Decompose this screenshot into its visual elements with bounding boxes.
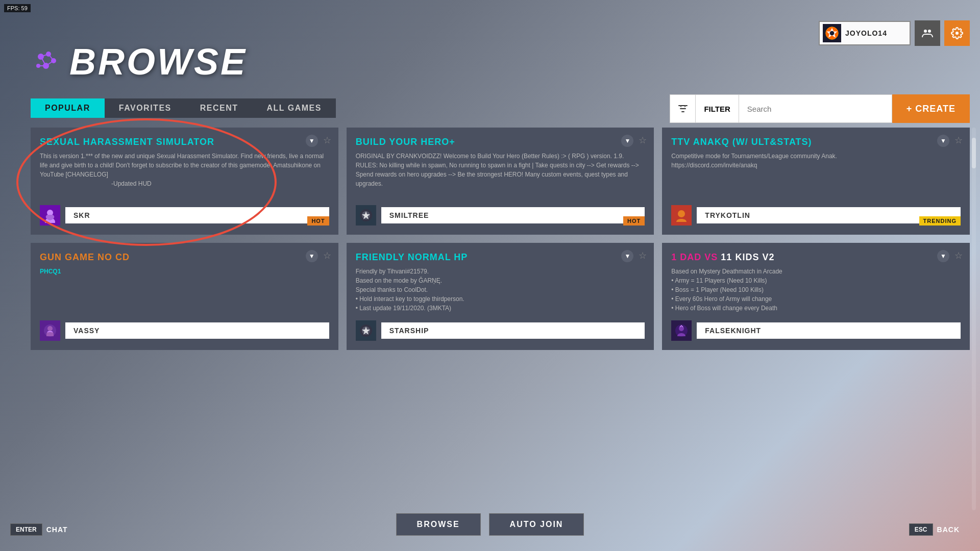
- svg-point-3: [928, 30, 931, 33]
- player-name: SKR: [65, 207, 329, 223]
- player-avatar: [40, 320, 60, 341]
- player-avatar: [671, 205, 692, 226]
- search-input[interactable]: [739, 94, 892, 123]
- card-star-icon[interactable]: ☆: [323, 135, 331, 146]
- svg-point-20: [678, 210, 685, 217]
- create-button[interactable]: + CREATE: [892, 94, 970, 123]
- card-footer: VASSY: [40, 320, 329, 341]
- svg-point-2: [924, 30, 927, 33]
- player-avatar: [356, 320, 376, 341]
- card-desc: Competitive mode for Tournaments/League …: [671, 152, 961, 170]
- hot-badge: HOT: [307, 216, 329, 226]
- card-star-icon[interactable]: ☆: [639, 135, 647, 146]
- card-1-dad-vs-11-kids[interactable]: 1 DAD VS 11 KIDS V2 Based on Mystery Dea…: [662, 243, 970, 350]
- tab-favorites[interactable]: FAVORITES: [105, 98, 186, 118]
- svg-point-1: [830, 31, 835, 36]
- card-title: TTV ANAKQ (W/ ULT&STATS): [671, 137, 961, 147]
- hot-badge: HOT: [623, 216, 645, 226]
- top-bar: JOYOLO14: [819, 20, 970, 46]
- card-footer: TRYKOTLIN: [671, 205, 961, 226]
- card-title: 1 DAD VS 11 KIDS V2: [671, 252, 961, 263]
- scroll-track: [972, 128, 976, 510]
- player-avatar: [356, 205, 376, 226]
- svg-point-4: [955, 32, 959, 35]
- fps-counter: FPS: 59: [4, 4, 31, 12]
- cards-grid: SEXUAL HARASSMENT SIMULATOR This is vers…: [31, 128, 970, 350]
- card-star-icon[interactable]: ☆: [954, 135, 963, 146]
- action-bar: FILTER + CREATE: [670, 94, 970, 123]
- card-chevron-icon[interactable]: ▼: [306, 135, 318, 147]
- card-title: FRIENDLY NORMAL HP: [356, 252, 645, 263]
- browse-logo-icon: [31, 46, 61, 77]
- card-desc: PHCQ1: [40, 267, 329, 276]
- fps-value: 59: [21, 5, 28, 11]
- card-desc: Friendly by Tihvani#21579.Based on the m…: [356, 267, 645, 313]
- settings-button[interactable]: [944, 20, 970, 46]
- filter-label: FILTER: [704, 105, 730, 113]
- tab-all-games[interactable]: ALL GAMES: [253, 98, 336, 118]
- browse-button[interactable]: BROWSE: [396, 513, 481, 536]
- card-star-icon[interactable]: ☆: [954, 250, 963, 261]
- tab-popular[interactable]: POPULAR: [31, 98, 105, 118]
- svg-point-22: [47, 326, 53, 331]
- scrollbar[interactable]: [972, 128, 976, 510]
- esc-key: ESC: [909, 523, 933, 536]
- user-profile[interactable]: JOYOLO14: [819, 21, 911, 45]
- card-desc: This is version 1.*** of the new and uni…: [40, 152, 329, 188]
- card-title: BUILD YOUR HERO+: [356, 137, 645, 147]
- back-label: BACK: [937, 525, 960, 534]
- player-name: STARSHIP: [381, 322, 645, 339]
- tab-recent[interactable]: RECENT: [186, 98, 253, 118]
- social-button[interactable]: [915, 20, 940, 46]
- player-name: VASSY: [65, 322, 329, 339]
- card-sexual-harassment-sim[interactable]: SEXUAL HARASSMENT SIMULATOR This is vers…: [31, 128, 338, 235]
- card-star-icon[interactable]: ☆: [323, 250, 331, 261]
- filter-icon-box[interactable]: [670, 94, 695, 123]
- bottom-bar: BROWSE AUTO JOIN: [0, 513, 980, 536]
- browse-header: BROWSE: [31, 41, 247, 83]
- card-star-icon[interactable]: ☆: [639, 250, 647, 261]
- user-avatar-icon: [823, 24, 841, 42]
- card-chevron-icon[interactable]: ▼: [306, 250, 318, 262]
- card-title: GUN GAME NO CD: [40, 252, 329, 263]
- card-build-your-hero[interactable]: BUILD YOUR HERO+ ORIGINAL BY CRANKVOIDZZ…: [347, 128, 654, 235]
- card-footer: SMILTREE: [356, 205, 645, 226]
- card-chevron-icon[interactable]: ▼: [937, 250, 949, 262]
- scroll-thumb: [972, 138, 976, 168]
- trending-badge: TRENDING: [919, 216, 961, 226]
- card-footer: FALSEKNIGHT: [671, 320, 961, 341]
- card-desc: Based on Mystery Deathmatch in Arcade• A…: [671, 267, 961, 313]
- fps-label: FPS:: [7, 5, 19, 11]
- card-title: SEXUAL HARASSMENT SIMULATOR: [40, 137, 329, 147]
- card-chevron-icon[interactable]: ▼: [937, 135, 949, 147]
- player-avatar: [671, 320, 692, 341]
- card-footer: SKR: [40, 205, 329, 226]
- player-name: FALSEKNIGHT: [697, 322, 961, 339]
- create-label: + CREATE: [906, 104, 955, 114]
- auto-join-button[interactable]: AUTO JOIN: [489, 513, 584, 536]
- card-footer: STARSHIP: [356, 320, 645, 341]
- card-title-white: 11 KIDS V2: [721, 252, 774, 262]
- card-desc: ORIGINAL BY CRANKVOIDZZ! Welcome to Buil…: [356, 152, 645, 188]
- username: JOYOLO14: [845, 29, 887, 37]
- filter-button[interactable]: FILTER: [695, 94, 739, 123]
- player-avatar: [40, 205, 60, 226]
- card-friendly-normal-hp[interactable]: FRIENDLY NORMAL HP Friendly by Tihvani#2…: [347, 243, 654, 350]
- tabs-bar: POPULAR FAVORITES RECENT ALL GAMES: [31, 98, 336, 118]
- svg-line-11: [48, 54, 54, 61]
- card-title-pink: 1 DAD VS: [671, 252, 721, 262]
- card-gun-game[interactable]: GUN GAME NO CD PHCQ1 VASSY ▼ ☆: [31, 243, 338, 350]
- page-title: BROWSE: [69, 41, 247, 83]
- card-ttv-anakq[interactable]: TTV ANAKQ (W/ ULT&STATS) Competitive mod…: [662, 128, 970, 235]
- bottom-right: ESC BACK: [909, 523, 970, 536]
- player-name: SMILTREE: [381, 207, 645, 223]
